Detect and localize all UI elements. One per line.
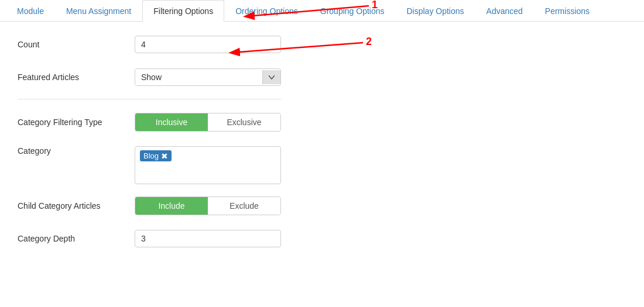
category-depth-label: Category Depth — [18, 234, 135, 243]
include-button[interactable]: Include — [135, 197, 208, 215]
featured-articles-row: Featured Articles Show — [18, 66, 626, 88]
category-depth-row: Category Depth — [18, 227, 626, 250]
featured-articles-dropdown-button[interactable] — [262, 70, 280, 84]
tab-display-options[interactable]: Display Options — [396, 0, 475, 22]
category-tag-blog: Blog ✖ — [140, 150, 172, 161]
tab-filtering-options[interactable]: Filtering Options — [142, 0, 224, 22]
child-category-articles-label: Child Category Articles — [18, 201, 135, 211]
exclude-button[interactable]: Exclude — [208, 197, 280, 215]
category-label: Category — [18, 146, 135, 156]
category-tag-blog-remove[interactable]: ✖ — [161, 152, 168, 160]
tab-ordering-options[interactable]: Ordering Options — [224, 0, 309, 22]
tab-permissions[interactable]: Permissions — [534, 0, 601, 22]
inclusive-button[interactable]: Inclusive — [135, 113, 208, 131]
child-category-articles-toggle: Include Exclude — [135, 196, 281, 215]
category-tag-input[interactable]: Blog ✖ — [135, 146, 281, 184]
category-row: Category Blog ✖ — [18, 144, 626, 184]
tab-grouping-options[interactable]: Grouping Options — [309, 0, 396, 22]
category-filtering-type-label: Category Filtering Type — [18, 118, 135, 127]
tab-advanced[interactable]: Advanced — [475, 0, 534, 22]
section-divider — [18, 99, 281, 99]
count-row: Count — [18, 33, 626, 56]
exclusive-button[interactable]: Exclusive — [208, 113, 280, 131]
category-filtering-type-row: Category Filtering Type Inclusive Exclus… — [18, 111, 626, 133]
chevron-down-icon — [269, 74, 275, 80]
featured-articles-select[interactable]: Show — [135, 68, 281, 86]
content-area: Count Featured Articles Show Category Fi… — [0, 22, 644, 272]
category-filtering-type-toggle: Inclusive Exclusive — [135, 113, 281, 132]
tab-menu-assignment[interactable]: Menu Assignment — [55, 0, 142, 22]
featured-articles-value: Show — [135, 69, 262, 85]
featured-articles-label: Featured Articles — [18, 73, 135, 82]
tab-bar: Module Menu Assignment Filtering Options… — [0, 0, 644, 22]
count-input[interactable] — [135, 36, 281, 53]
child-category-articles-row: Child Category Articles Include Exclude — [18, 195, 626, 217]
category-tag-blog-text: Blog — [143, 151, 159, 160]
category-depth-input[interactable] — [135, 230, 281, 247]
count-label: Count — [18, 40, 135, 49]
tab-module[interactable]: Module — [6, 0, 55, 22]
